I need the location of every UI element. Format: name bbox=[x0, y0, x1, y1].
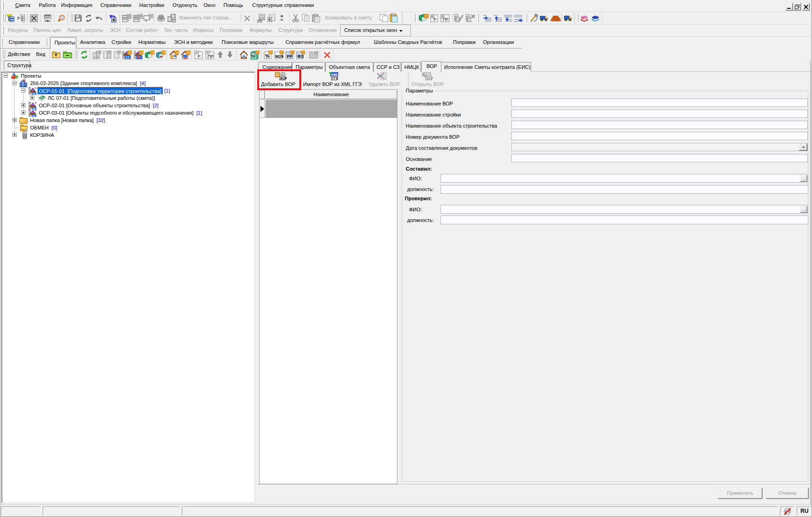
svg-text:P: P bbox=[198, 54, 200, 59]
svg-text:XML: XML bbox=[331, 73, 339, 77]
svg-text:РР: РР bbox=[287, 54, 292, 59]
svg-text:ПР: ПР bbox=[443, 17, 448, 22]
svg-text:%: % bbox=[252, 54, 255, 58]
svg-text:PDF: PDF bbox=[44, 16, 51, 19]
svg-text:ПР: ПР bbox=[208, 54, 214, 59]
svg-text:P: P bbox=[434, 17, 436, 22]
svg-text:ВОР: ВОР bbox=[427, 77, 434, 80]
svg-text:М29: М29 bbox=[275, 54, 284, 59]
svg-text:ГГЭ: ГГЭ bbox=[332, 77, 338, 80]
svg-text:ФЗ: ФЗ bbox=[298, 54, 304, 59]
